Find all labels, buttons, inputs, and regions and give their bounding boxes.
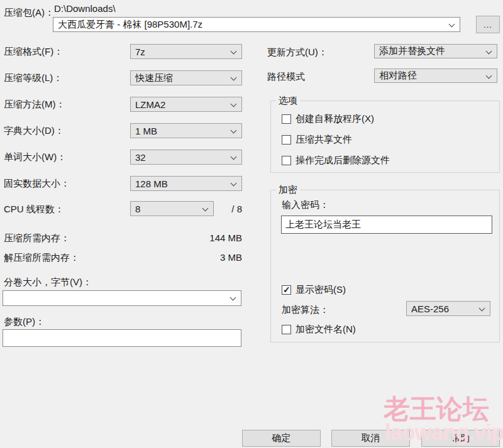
update-mode-select[interactable]: 添加并替换文件 xyxy=(374,44,497,58)
watermark-title: 老王论坛 xyxy=(384,391,489,427)
options-group: 选项 创建自释放程序(X) 压缩共享文件 操作完成后删除源文件 xyxy=(270,101,500,173)
delete-after-label: 操作完成后删除源文件 xyxy=(296,155,390,167)
browse-button[interactable]: ... xyxy=(476,16,500,33)
encryption-group: 加密 输入密码： 显示密码(S) 加密算法： AES-256 加密文件名(N) xyxy=(270,190,500,342)
chevron-down-icon xyxy=(449,21,455,28)
password-label: 输入密码： xyxy=(282,199,329,211)
dictionary-value: 1 MB xyxy=(135,126,157,136)
checkbox-icon xyxy=(282,156,291,165)
archive-label: 压缩包(A)： xyxy=(4,7,54,19)
ok-button[interactable]: 确定 xyxy=(242,430,321,447)
help-button[interactable]: 帮助 xyxy=(421,430,500,447)
volume-size-label: 分卷大小，字节(V)： xyxy=(4,276,92,288)
word-size-select[interactable]: 32 xyxy=(130,150,242,165)
options-group-title: 选项 xyxy=(276,95,300,107)
chevron-down-icon xyxy=(231,101,237,107)
show-password-checkbox[interactable]: 显示密码(S) xyxy=(282,284,346,296)
chevron-down-icon xyxy=(231,180,237,187)
encryption-method-value: AES-256 xyxy=(411,303,449,314)
update-mode-label: 更新方式(U)： xyxy=(267,46,328,58)
chevron-down-icon xyxy=(486,73,492,79)
method-label: 压缩方法(M)： xyxy=(4,99,65,111)
path-mode-label: 路径模式 xyxy=(267,71,305,83)
method-select[interactable]: LZMA2 xyxy=(130,97,242,112)
chevron-down-icon xyxy=(479,305,485,312)
parameters-input[interactable] xyxy=(3,329,241,347)
level-value: 快速压缩 xyxy=(135,72,173,84)
chevron-down-icon xyxy=(231,128,237,134)
archive-name-value: 大西瓜爱牙膏 - 棉袜 [98P530M].7z xyxy=(58,19,202,31)
solid-block-label: 固实数据大小： xyxy=(4,178,70,190)
checkbox-checked-icon xyxy=(282,285,291,295)
checkbox-icon xyxy=(282,114,291,124)
format-value: 7z xyxy=(135,46,145,57)
compress-shared-label: 压缩共享文件 xyxy=(296,134,352,146)
encryption-method-select[interactable]: AES-256 xyxy=(406,301,490,316)
archive-name-combobox[interactable]: 大西瓜爱牙膏 - 棉袜 [98P530M].7z xyxy=(53,17,460,32)
path-mode-select[interactable]: 相对路径 xyxy=(374,68,497,83)
archive-directory: D:\Downloads\ xyxy=(54,3,116,14)
chevron-down-icon xyxy=(231,75,237,81)
dictionary-label: 字典大小(D)： xyxy=(4,125,64,137)
chevron-down-icon xyxy=(230,295,236,301)
encryption-method-label: 加密算法： xyxy=(282,304,329,316)
format-label: 压缩格式(F)： xyxy=(4,46,63,58)
create-sfx-checkbox[interactable]: 创建自释放程序(X) xyxy=(282,113,374,125)
7zip-add-archive-dialog: { "archive": { "label": "压缩包(A)：", "dir"… xyxy=(0,0,503,448)
cpu-threads-value: 8 xyxy=(135,204,140,214)
chevron-down-icon xyxy=(486,48,492,55)
cancel-button[interactable]: 取消 xyxy=(331,430,410,447)
delete-after-checkbox[interactable]: 操作完成后删除源文件 xyxy=(282,155,390,167)
path-mode-value: 相对路径 xyxy=(379,70,417,82)
level-label: 压缩等级(L)： xyxy=(4,72,62,84)
memory-decompress-label: 解压缩所需内存： xyxy=(4,252,79,264)
method-value: LZMA2 xyxy=(135,99,165,110)
encrypt-filenames-checkbox[interactable]: 加密文件名(N) xyxy=(282,324,356,336)
update-mode-value: 添加并替换文件 xyxy=(379,45,445,57)
checkbox-icon xyxy=(282,135,291,145)
word-size-value: 32 xyxy=(135,152,146,163)
solid-block-select[interactable]: 128 MB xyxy=(130,176,242,191)
password-input[interactable] xyxy=(281,216,492,234)
help-button-label: 帮助 xyxy=(451,432,470,444)
memory-compress-label: 压缩所需内存： xyxy=(4,232,70,244)
volume-size-combobox[interactable] xyxy=(3,290,241,306)
ok-button-label: 确定 xyxy=(272,432,291,444)
format-select[interactable]: 7z xyxy=(130,44,242,59)
cpu-threads-max: / 8 xyxy=(217,204,242,214)
chevron-down-icon xyxy=(231,48,237,55)
chevron-down-icon xyxy=(231,154,237,160)
level-select[interactable]: 快速压缩 xyxy=(130,70,242,85)
encrypt-filenames-label: 加密文件名(N) xyxy=(296,324,356,336)
dictionary-select[interactable]: 1 MB xyxy=(130,123,242,138)
ellipsis-icon: ... xyxy=(484,20,492,30)
checkbox-icon xyxy=(282,325,291,334)
cpu-threads-select[interactable]: 8 xyxy=(130,201,214,216)
memory-compress-value: 144 MB xyxy=(176,232,242,243)
parameters-label: 参数(P)： xyxy=(4,316,45,328)
compress-shared-checkbox[interactable]: 压缩共享文件 xyxy=(282,134,352,146)
create-sfx-label: 创建自释放程序(X) xyxy=(296,113,374,125)
cancel-button-label: 取消 xyxy=(362,432,380,444)
word-size-label: 单词大小(W)： xyxy=(4,151,66,163)
encryption-group-title: 加密 xyxy=(276,184,300,196)
cpu-threads-label: CPU 线程数： xyxy=(4,204,64,216)
show-password-label: 显示密码(S) xyxy=(296,284,346,296)
solid-block-value: 128 MB xyxy=(135,178,168,189)
memory-decompress-value: 3 MB xyxy=(176,252,242,263)
chevron-down-icon xyxy=(202,205,209,212)
